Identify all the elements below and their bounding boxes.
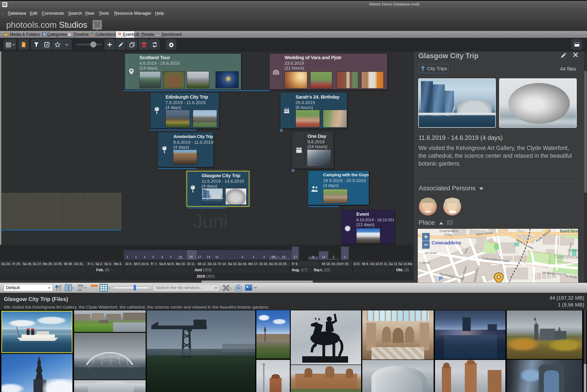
svg-text:Townhead: Townhead (554, 253, 578, 260)
svg-text:P: P (439, 275, 443, 282)
svg-text:Cowcaddens: Cowcaddens (440, 229, 458, 233)
svg-text:Cowcaddens: Cowcaddens (432, 240, 461, 245)
svg-text:w Street: w Street (419, 261, 430, 264)
svg-text:Baird Street: Baird Street (560, 229, 578, 233)
svg-text:Hill Street: Hill Street (425, 252, 437, 255)
svg-text:Cross: Cross (444, 233, 453, 236)
